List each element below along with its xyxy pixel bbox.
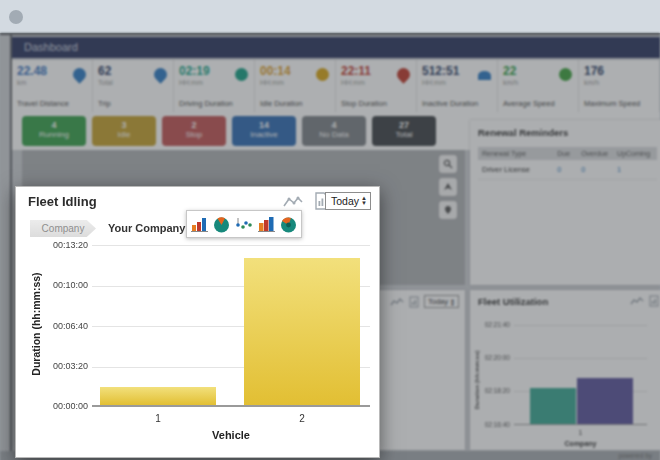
pie-chart-type-icon[interactable] xyxy=(212,215,231,234)
idling-chart-plot xyxy=(92,245,370,407)
x-tick-vehicle-1: 1 xyxy=(100,413,216,424)
y-tick: 00:03:20 xyxy=(40,361,88,371)
chart-type-toolbar xyxy=(186,210,302,238)
line-chart-toggle-icon[interactable] xyxy=(283,195,303,209)
browser-chrome xyxy=(0,0,660,33)
doughnut-chart-type-icon[interactable] xyxy=(279,215,298,234)
select-arrows-icon: ▲▼ xyxy=(361,196,367,206)
bar-chart-type-icon[interactable] xyxy=(190,215,209,234)
modal-title: Fleet Idling xyxy=(28,194,97,209)
window-control-dot[interactable] xyxy=(9,10,23,24)
y-tick: 00:13:20 xyxy=(40,240,88,250)
scatter-chart-type-icon[interactable] xyxy=(234,215,253,234)
y-tick: 00:00:00 xyxy=(40,401,88,411)
x-tick-vehicle-2: 2 xyxy=(244,413,360,424)
column-chart-type-icon[interactable] xyxy=(257,215,276,234)
period-value: Today xyxy=(331,195,359,207)
gridline xyxy=(92,245,370,246)
fleet-idling-modal: Fleet Idling Today ▲▼ Company Your Compa… xyxy=(15,186,380,458)
idling-bar-vehicle-1[interactable] xyxy=(100,387,216,405)
breadcrumb-company[interactable]: Company xyxy=(30,220,96,237)
y-tick: 00:10:00 xyxy=(40,280,88,290)
period-select[interactable]: Today ▲▼ xyxy=(325,192,371,210)
y-tick: 00:06:40 xyxy=(40,321,88,331)
idling-bar-vehicle-2[interactable] xyxy=(244,258,360,405)
x-axis-label: Vehicle xyxy=(92,429,370,441)
